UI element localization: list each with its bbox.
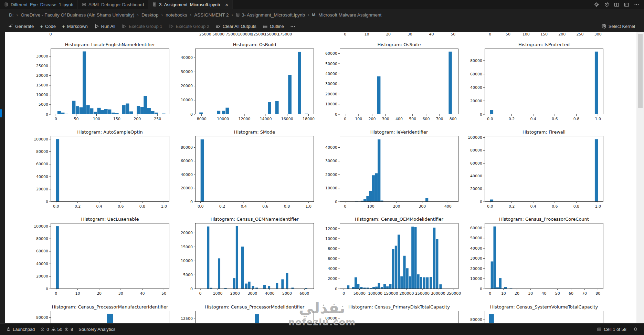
chart-plot: 0.00.20.40.60.81.0020000400006000080000 xyxy=(464,49,609,125)
notifications-button[interactable] xyxy=(631,327,641,332)
svg-text:100: 100 xyxy=(355,117,362,121)
scrollbar-thumb[interactable] xyxy=(638,34,643,108)
svg-text:0: 0 xyxy=(344,117,346,121)
tab-aiml-debugger-dashboard[interactable]: AI/ML Debugger Dashboard xyxy=(78,0,148,9)
svg-text:30000: 30000 xyxy=(181,70,193,74)
tab-assignment-microsoft[interactable]: 3- Assignment_Microsoft.ipynb × xyxy=(148,0,233,9)
tab-label: Different_Eye_Disease_1.ipynb xyxy=(11,2,73,7)
chart-title: Histogram: IsProtected xyxy=(485,40,603,49)
breadcrumb-item-drive[interactable]: D: xyxy=(9,12,14,18)
histogram-cell: Histogram: Census_PrimaryDiskTotalCapaci… xyxy=(319,303,464,324)
clipped-axis-labels: 050100150200250300 xyxy=(464,31,609,37)
svg-text:20000: 20000 xyxy=(325,172,337,177)
chart-title: Histogram: LocaleEnglishNameIdentifier xyxy=(51,40,169,49)
svg-text:0: 0 xyxy=(199,291,202,296)
chart-plot: 0500001000001500002000002500003000003500… xyxy=(319,223,464,300)
svg-text:2000: 2000 xyxy=(230,291,240,296)
svg-text:0: 0 xyxy=(489,291,491,296)
clipped-axis-labels: 01020304050 xyxy=(319,31,464,37)
histogram-cell: Histogram: Census_ProcessorModelIdentifi… xyxy=(175,303,319,324)
histogram-cell: Histogram: Census_SystemVolumeTotalCapac… xyxy=(464,303,609,324)
play-icon xyxy=(94,24,99,29)
svg-text:60000: 60000 xyxy=(470,226,482,230)
histogram-cell: Histogram: SMode0.00.20.40.60.81.0020000… xyxy=(175,128,319,214)
svg-text:0.2: 0.2 xyxy=(75,204,81,209)
svg-text:1.0: 1.0 xyxy=(161,204,167,209)
gear-icon[interactable] xyxy=(594,2,599,7)
close-icon[interactable]: × xyxy=(225,2,228,7)
scrollbar[interactable] xyxy=(636,31,644,324)
svg-text:0: 0 xyxy=(55,117,57,121)
svg-text:80000: 80000 xyxy=(181,145,193,150)
add-markdown-cell-button[interactable]: + Markdown xyxy=(59,21,91,32)
run-all-button[interactable]: Run All xyxy=(91,21,118,32)
svg-text:10000: 10000 xyxy=(470,276,482,281)
svg-text:300: 300 xyxy=(594,32,602,36)
dashboard-icon xyxy=(82,2,86,7)
histogram-cell: Histogram: OsBuild8000100001200014000160… xyxy=(175,40,319,126)
svg-text:200000: 200000 xyxy=(399,291,414,296)
generate-button[interactable]: Generate xyxy=(5,21,37,32)
svg-text:0.4: 0.4 xyxy=(530,117,536,121)
notebook-toolbar: Generate + Code + Markdown Run All Execu… xyxy=(0,21,644,32)
breadcrumb-item-notebooks[interactable]: notebooks xyxy=(166,12,187,18)
breadcrumb-item-heading[interactable]: M↓ Microsoft Malware Assignment xyxy=(312,12,382,18)
svg-text:250: 250 xyxy=(577,32,584,36)
svg-text:50000: 50000 xyxy=(353,291,366,296)
breadcrumb-item-assignment-2[interactable]: ASSIGNMENT 2 xyxy=(194,12,229,18)
svg-text:0: 0 xyxy=(342,291,345,296)
svg-text:10000: 10000 xyxy=(217,117,229,121)
cell-position-indicator[interactable]: Cell 1 of 58 xyxy=(594,327,629,332)
svg-text:20000: 20000 xyxy=(36,73,48,78)
svg-text:100: 100 xyxy=(93,117,100,121)
svg-text:600: 600 xyxy=(422,117,430,121)
chart-title: Histogram: SMode xyxy=(195,128,314,136)
svg-text:0.4: 0.4 xyxy=(241,204,247,209)
sourcery-analytics-button[interactable]: Sourcery Analytics xyxy=(76,324,118,335)
toolbar-more-button[interactable] xyxy=(287,21,298,32)
svg-text:8000: 8000 xyxy=(328,247,337,251)
plus-icon: + xyxy=(40,24,43,29)
problems-button[interactable]: 0 50 8 xyxy=(38,324,76,335)
breadcrumb-separator: › xyxy=(231,12,233,18)
svg-text:2000: 2000 xyxy=(328,276,337,281)
breadcrumb-item-desktop[interactable]: Desktop xyxy=(141,12,159,18)
history-icon[interactable] xyxy=(604,2,609,7)
svg-text:15000: 15000 xyxy=(181,245,193,249)
breadcrumb-item-onedrive[interactable]: OneDrive - Faculty Of Business (Ain Sham… xyxy=(21,12,134,18)
svg-text:20000: 20000 xyxy=(470,187,482,191)
execute-group-2-button[interactable]: Execute Group 2 xyxy=(166,21,213,32)
svg-text:800: 800 xyxy=(450,117,457,121)
chart-plot: 0.00.20.40.60.81.00200004000060000800001… xyxy=(464,136,609,212)
clear-all-outputs-button[interactable]: Clear All Outputs xyxy=(212,21,260,32)
svg-text:0.0: 0.0 xyxy=(487,204,493,209)
outline-button[interactable]: Outline xyxy=(260,21,287,32)
notebook-editor[interactable]: Histogram: LocaleEnglishNameIdentifier05… xyxy=(0,31,644,324)
svg-text:10000: 10000 xyxy=(325,237,337,241)
svg-text:1.0: 1.0 xyxy=(595,117,601,121)
svg-text:200: 200 xyxy=(393,204,400,209)
chart-plot: 0100020003000400050006000050001000015000… xyxy=(175,223,319,300)
outline-list-icon xyxy=(263,24,268,29)
add-code-cell-button[interactable]: + Code xyxy=(37,21,59,32)
split-editor-icon[interactable] xyxy=(614,2,619,7)
svg-text:10000: 10000 xyxy=(325,186,337,190)
svg-text:20000: 20000 xyxy=(181,186,193,190)
tab-different-eye-disease[interactable]: Different_Eye_Disease_1.ipynb xyxy=(0,0,78,9)
more-actions-icon[interactable] xyxy=(634,2,639,7)
select-kernel-button[interactable]: Select Kernel xyxy=(598,21,644,32)
chart-title: Histogram: Census_ProcessorModelIdentifi… xyxy=(195,303,314,311)
svg-text:200: 200 xyxy=(558,32,566,36)
execute-group-1-button[interactable]: Execute Group 1 xyxy=(118,21,166,32)
svg-text:0: 0 xyxy=(480,112,482,117)
layout-icon[interactable] xyxy=(624,2,629,7)
svg-text:60000: 60000 xyxy=(470,161,482,166)
chart-title: Histogram: Census_OEMNameIdentifier xyxy=(195,215,314,223)
chart-plot: 01020304050020000400006000080000100000 xyxy=(30,223,175,300)
breadcrumb-item-file[interactable]: 3- Assignment_Microsoft.ipynb xyxy=(236,12,305,18)
svg-text:0: 0 xyxy=(344,204,346,209)
svg-text:100000: 100000 xyxy=(468,135,482,140)
launchpad-button[interactable]: Launchpad xyxy=(3,324,38,335)
svg-text:100000: 100000 xyxy=(34,137,48,142)
svg-text:70: 70 xyxy=(582,291,587,296)
